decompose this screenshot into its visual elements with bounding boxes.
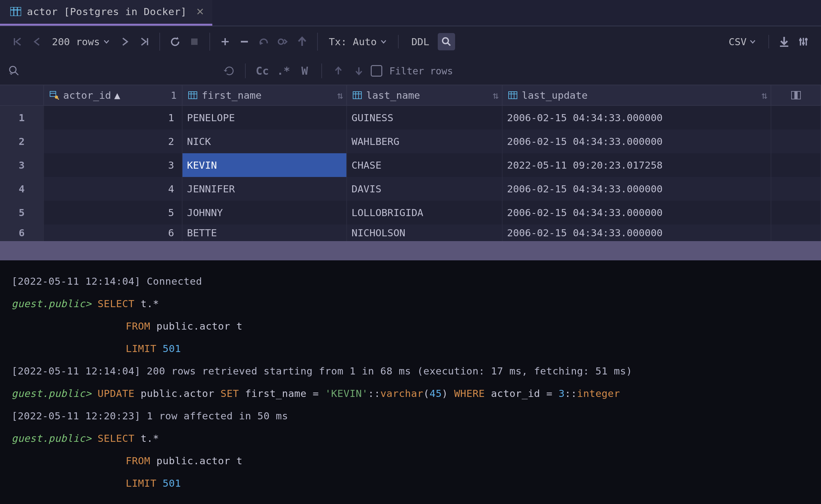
cell-last-update[interactable]: 2006-02-15 04:34:33.000000 [503, 224, 771, 241]
cell-last-name[interactable]: GUINESS [347, 106, 503, 130]
columns-menu-button[interactable] [771, 85, 821, 105]
cell-extra [771, 201, 821, 224]
log-timestamp: [2022-05-11 12:14:04] [12, 275, 140, 287]
cell-first-name[interactable]: JENNIFER [182, 177, 347, 201]
settings-button[interactable] [795, 33, 812, 50]
row-number-header[interactable] [0, 85, 44, 105]
cell-last-update[interactable]: 2006-02-15 04:34:33.000000 [503, 130, 771, 153]
ddl-button[interactable]: DDL [405, 33, 436, 50]
cell-first-name[interactable]: PENELOPE [182, 106, 347, 130]
download-button[interactable] [775, 33, 793, 50]
add-row-button[interactable] [216, 33, 234, 50]
csv-label: CSV [729, 36, 747, 47]
table-icon [10, 6, 22, 17]
column-header-first-name[interactable]: first_name ⇅ [182, 85, 347, 105]
svg-line-25 [15, 72, 18, 75]
row-number[interactable]: 2 [0, 130, 44, 153]
prev-page-button[interactable] [28, 33, 46, 50]
search-toolbar: Cc .* W Filter rows [0, 57, 821, 85]
column-header-last-update[interactable]: last_update ⇅ [503, 85, 771, 105]
prev-match-button[interactable] [330, 62, 347, 80]
column-header-actor-id[interactable]: actor_id ▲ 1 [44, 85, 182, 105]
commit-preview-button[interactable] [274, 33, 292, 50]
filter-rows-label: Filter rows [389, 65, 453, 77]
svg-rect-8 [191, 38, 198, 45]
cell-actor-id[interactable]: 1 [44, 106, 182, 130]
tab-title: actor [Postgres in Docker] [27, 6, 187, 17]
cell-first-name[interactable]: BETTE [182, 224, 347, 241]
column-name: actor_id [63, 89, 111, 101]
cell-first-name[interactable]: JOHNNY [182, 201, 347, 224]
cell-last-name[interactable]: CHASE [347, 153, 503, 177]
row-number[interactable]: 4 [0, 177, 44, 201]
row-number[interactable]: 1 [0, 106, 44, 130]
cell-actor-id[interactable]: 6 [44, 224, 182, 241]
table-row[interactable]: 66BETTENICHOLSON2006-02-15 04:34:33.0000… [0, 224, 821, 241]
tx-mode-dropdown[interactable]: Tx: Auto [324, 33, 391, 50]
cell-first-name[interactable]: NICK [182, 130, 347, 153]
row-number[interactable]: 3 [0, 153, 44, 177]
cell-first-name[interactable]: KEVIN [182, 153, 347, 177]
rows-count-label: 200 rows [52, 36, 100, 47]
cell-actor-id[interactable]: 4 [44, 177, 182, 201]
cell-last-name[interactable]: LOLLOBRIGIDA [347, 201, 503, 224]
reload-button[interactable] [166, 33, 184, 50]
close-icon[interactable] [196, 7, 205, 16]
first-page-button[interactable] [9, 33, 26, 50]
match-case-button[interactable]: Cc [253, 64, 271, 77]
column-sort-icon[interactable]: ⇅ [761, 89, 767, 101]
svg-rect-23 [805, 38, 808, 40]
remove-row-button[interactable] [236, 33, 253, 50]
revert-button[interactable] [255, 33, 272, 50]
column-name: last_update [522, 89, 588, 101]
svg-rect-22 [802, 42, 805, 44]
panel-divider[interactable] [0, 241, 821, 260]
cell-last-update[interactable]: 2006-02-15 04:34:33.000000 [503, 201, 771, 224]
column-name: first_name [202, 89, 262, 101]
cell-last-update[interactable]: 2022-05-11 09:20:23.017258 [503, 153, 771, 177]
cell-actor-id[interactable]: 5 [44, 201, 182, 224]
console-prompt: guest.public> [12, 388, 91, 399]
last-page-button[interactable] [136, 33, 153, 50]
row-number[interactable]: 6 [0, 224, 44, 241]
export-format-dropdown[interactable]: CSV [723, 33, 762, 50]
next-page-button[interactable] [116, 33, 134, 50]
regex-button[interactable]: .* [275, 64, 292, 77]
grid-header: actor_id ▲ 1 first_name ⇅ last_name ⇅ la… [0, 85, 821, 106]
column-sort-icon[interactable]: ⇅ [493, 89, 499, 101]
cell-last-update[interactable]: 2006-02-15 04:34:33.000000 [503, 106, 771, 130]
cell-last-update[interactable]: 2006-02-15 04:34:33.000000 [503, 177, 771, 201]
cell-actor-id[interactable]: 3 [44, 153, 182, 177]
row-number[interactable]: 5 [0, 201, 44, 224]
cell-last-name[interactable]: NICHOLSON [347, 224, 503, 241]
svg-point-12 [278, 39, 284, 44]
cell-extra [771, 177, 821, 201]
next-match-button[interactable] [350, 62, 368, 80]
column-header-last-name[interactable]: last_name ⇅ [347, 85, 503, 105]
column-sort-icon[interactable]: ⇅ [337, 89, 343, 101]
svg-rect-0 [10, 7, 21, 16]
search-input-icon[interactable] [7, 64, 21, 78]
history-button[interactable] [220, 62, 237, 80]
svg-rect-32 [189, 92, 197, 99]
tab-actor[interactable]: actor [Postgres in Docker] [0, 0, 212, 26]
cell-actor-id[interactable]: 2 [44, 130, 182, 153]
table-row[interactable]: 44JENNIFERDAVIS2006-02-15 04:34:33.00000… [0, 177, 821, 201]
output-console[interactable]: [2022-05-11 12:14:04] Connected guest.pu… [0, 260, 821, 504]
cell-last-name[interactable]: DAVIS [347, 177, 503, 201]
table-row[interactable]: 55JOHNNYLOLLOBRIGIDA2006-02-15 04:34:33.… [0, 201, 821, 224]
table-row[interactable]: 22NICKWAHLBERG2006-02-15 04:34:33.000000 [0, 130, 821, 153]
svg-line-15 [448, 43, 450, 46]
console-prompt: guest.public> [12, 298, 91, 309]
column-icon [187, 89, 199, 101]
rows-dropdown[interactable]: 200 rows [47, 33, 114, 50]
cell-last-name[interactable]: WAHLBERG [347, 130, 503, 153]
search-button[interactable] [438, 33, 455, 50]
filter-checkbox[interactable] [371, 65, 382, 77]
submit-button[interactable] [293, 33, 311, 50]
log-timestamp: [2022-05-11 12:20:23] [12, 410, 140, 422]
stop-button[interactable] [186, 33, 203, 50]
words-button[interactable]: W [296, 64, 314, 77]
table-row[interactable]: 33KEVINCHASE2022-05-11 09:20:23.017258 [0, 153, 821, 177]
table-row[interactable]: 11PENELOPEGUINESS2006-02-15 04:34:33.000… [0, 106, 821, 130]
